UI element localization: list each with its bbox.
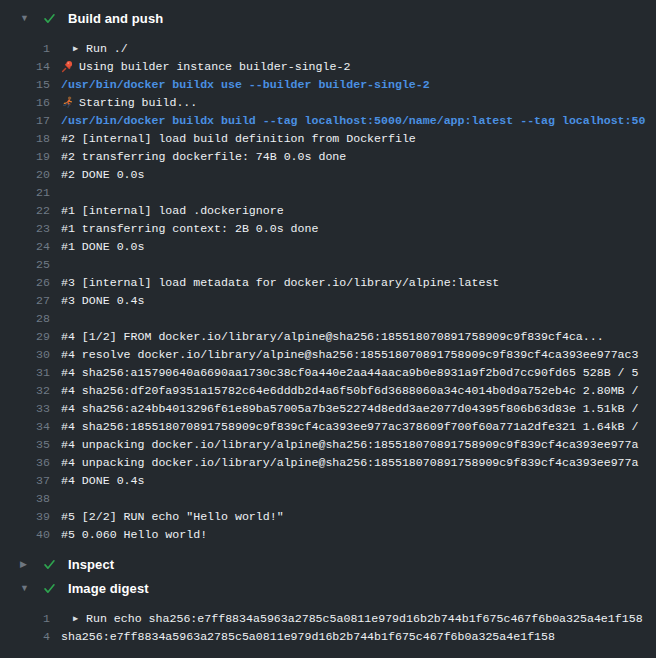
line-number: 32 [0,384,50,397]
log-line: 19 #2 transferring dockerfile: 74B 0.0s … [0,147,656,165]
log-line: 25 [0,255,656,273]
log-text: #1 transferring context: 2B 0.0s done [61,222,656,235]
log-text: #4 sha256:df20fa9351a15782c64e6dddb2d4a6… [61,384,656,397]
log-line: 17 /usr/bin/docker buildx build --tag lo… [0,111,656,129]
chevron-right-icon[interactable]: ▶ [20,560,32,569]
log-line: 14 Using builder instance builder-single… [0,57,656,75]
log-text: #4 sha256:a24bb4013296f61e89ba57005a7b3e… [61,402,656,415]
log-section: ▼ Image digest 1 ▶Run echo sha256:e7ff88… [0,576,656,645]
line-number: 39 [0,510,50,523]
line-number: 22 [0,204,50,217]
line-number: 37 [0,474,50,487]
log-text: #2 [internal] load build definition from… [61,132,656,145]
log-line: 37 #4 DONE 0.4s [0,471,656,489]
log-line: 4 sha256:e7ff8834a5963a2785c5a0811e979d1… [0,627,656,645]
log-lines: 1 ▶Run echo sha256:e7ff8834a5963a2785c5a… [0,609,656,645]
log-section: ▶ Inspect [0,552,656,576]
log-text: #1 [internal] load .dockerignore [61,204,656,217]
line-number: 18 [0,132,50,145]
section-title: Build and push [68,11,163,26]
line-number: 4 [0,630,50,643]
line-number: 15 [0,78,50,91]
line-number: 36 [0,456,50,469]
chevron-down-icon[interactable]: ▼ [20,14,32,23]
log-command-text: /usr/bin/docker buildx build --tag local… [61,114,656,127]
chevron-down-icon[interactable]: ▼ [20,584,32,593]
log-text: #3 [internal] load metadata for docker.i… [61,276,656,289]
line-number: 38 [0,492,50,505]
log-line: 40 #5 0.060 Hello world! [0,525,656,543]
group-expander-icon[interactable]: ▶ [73,43,86,54]
log-text: #4 sha256:185518070891758909c9f839cf4ca3… [61,420,656,433]
log-lines: 1 ▶Run ./ 14 Using builder instance buil… [0,39,656,543]
log-text: #2 transferring dockerfile: 74B 0.0s don… [61,150,656,163]
log-text: ▶Run ./ [61,42,656,55]
log-line: 31 #4 sha256:a15790640a6690aa1730c38cf0a… [0,363,656,381]
runner-icon [61,96,77,109]
pushpin-icon [61,60,77,73]
log-line: 22 #1 [internal] load .dockerignore [0,201,656,219]
line-number: 33 [0,402,50,415]
line-number: 24 [0,240,50,253]
section-header[interactable]: ▶ Inspect [0,552,656,576]
section-title: Inspect [68,557,114,572]
line-number: 25 [0,258,50,271]
log-line: 39 #5 [2/2] RUN echo "Hello world!" [0,507,656,525]
section-title: Image digest [68,581,149,596]
line-number: 17 [0,114,50,127]
log-line: 33 #4 sha256:a24bb4013296f61e89ba57005a7… [0,399,656,417]
line-number: 23 [0,222,50,235]
log-line: 18 #2 [internal] load build definition f… [0,129,656,147]
log-line: 32 #4 sha256:df20fa9351a15782c64e6dddb2d… [0,381,656,399]
log-text: #4 unpacking docker.io/library/alpine@sh… [61,438,656,451]
log-text: #3 DONE 0.4s [61,294,656,307]
line-number: 35 [0,438,50,451]
log-text: #5 0.060 Hello world! [61,528,656,541]
check-icon [42,557,56,571]
log-text: #4 sha256:a15790640a6690aa1730c38cf0a440… [61,366,656,379]
line-number: 19 [0,150,50,163]
log-line: 23 #1 transferring context: 2B 0.0s done [0,219,656,237]
log-line: 15 /usr/bin/docker buildx use --builder … [0,75,656,93]
line-number: 20 [0,168,50,181]
log-line: 1 ▶Run ./ [0,39,656,57]
line-number: 28 [0,312,50,325]
log-line: 36 #4 unpacking docker.io/library/alpine… [0,453,656,471]
line-number: 40 [0,528,50,541]
log-line: 29 #4 [1/2] FROM docker.io/library/alpin… [0,327,656,345]
line-number: 27 [0,294,50,307]
log-line: 35 #4 unpacking docker.io/library/alpine… [0,435,656,453]
log-line: 24 #1 DONE 0.0s [0,237,656,255]
actions-log-viewer: ▼ Build and push 1 ▶Run ./ 14 Using buil… [0,6,656,645]
line-number: 26 [0,276,50,289]
log-text: #4 unpacking docker.io/library/alpine@sh… [61,456,656,469]
log-line: 16 Starting build... [0,93,656,111]
section-header[interactable]: ▼ Image digest [0,576,656,600]
line-number: 29 [0,330,50,343]
log-text: #4 [1/2] FROM docker.io/library/alpine@s… [61,330,656,343]
log-line: 38 [0,489,656,507]
line-number: 31 [0,366,50,379]
log-text: Starting build... [61,96,656,109]
line-number: 30 [0,348,50,361]
log-text: #1 DONE 0.0s [61,240,656,253]
log-section: ▼ Build and push 1 ▶Run ./ 14 Using buil… [0,6,656,543]
log-command-text: /usr/bin/docker buildx use --builder bui… [61,78,656,91]
line-number: 21 [0,186,50,199]
log-text: #5 [2/2] RUN echo "Hello world!" [61,510,656,523]
check-icon [42,11,56,25]
log-text: Using builder instance builder-single-2 [61,60,656,73]
section-header[interactable]: ▼ Build and push [0,6,656,30]
log-line: 1 ▶Run echo sha256:e7ff8834a5963a2785c5a… [0,609,656,627]
log-text: #4 resolve docker.io/library/alpine@sha2… [61,348,656,361]
log-line: 20 #2 DONE 0.0s [0,165,656,183]
line-number: 1 [0,612,50,625]
log-text: sha256:e7ff8834a5963a2785c5a0811e979d16b… [61,630,656,643]
group-expander-icon[interactable]: ▶ [73,613,86,624]
line-number: 34 [0,420,50,433]
log-line: 26 #3 [internal] load metadata for docke… [0,273,656,291]
log-line: 34 #4 sha256:185518070891758909c9f839cf4… [0,417,656,435]
log-line: 30 #4 resolve docker.io/library/alpine@s… [0,345,656,363]
log-text: #4 DONE 0.4s [61,474,656,487]
log-text: #2 DONE 0.0s [61,168,656,181]
